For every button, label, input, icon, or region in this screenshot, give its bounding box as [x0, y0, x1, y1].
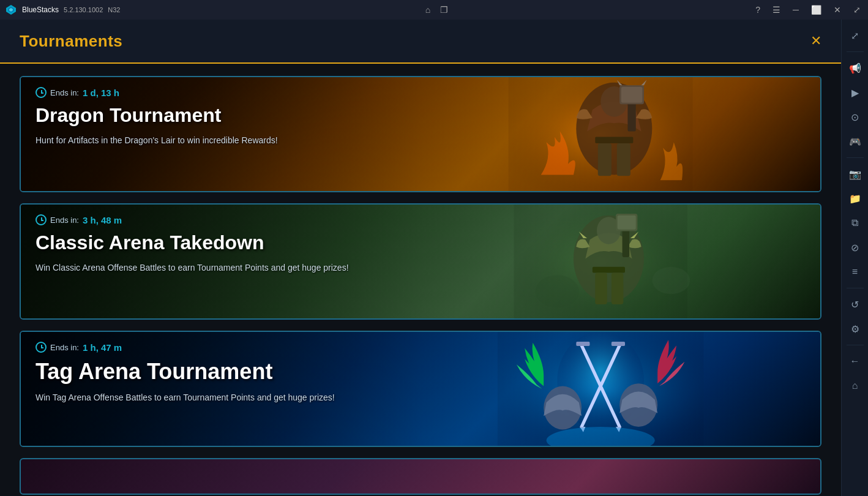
tag-card-content: Ends in: 1 h, 47 m Tag Arena Tournament …: [21, 332, 501, 446]
home-bottom-icon[interactable]: ⌂: [844, 375, 866, 397]
app-build-label: N32: [108, 6, 120, 13]
arena-timer-icon: [36, 214, 47, 225]
eraser-icon[interactable]: ⊘: [844, 236, 866, 258]
tag-timer-value: 1 h, 47 m: [83, 342, 122, 353]
sidebar-divider-2: [847, 157, 864, 158]
tag-card-title: Tag Arena Tournament: [36, 359, 486, 384]
panel-title: Tournaments: [20, 32, 122, 51]
expand-button[interactable]: ⤢: [851, 4, 863, 16]
arena-card-desc: Win Classic Arena Offense Battles to ear…: [36, 261, 486, 274]
copy-titlebar-icon[interactable]: ❐: [440, 5, 448, 15]
panel-header: Tournaments ✕: [0, 20, 841, 64]
dragon-timer-label: Ends in:: [50, 88, 79, 97]
svg-rect-12: [597, 143, 611, 176]
svg-rect-22: [593, 267, 625, 273]
tournament-card-classic-arena[interactable]: Ends in: 3 h, 48 m Classic Arena Takedow…: [20, 203, 821, 320]
arena-card-title: Classic Arena Takedown: [36, 231, 486, 254]
minimize-button[interactable]: ─: [790, 4, 801, 16]
svg-rect-24: [612, 273, 623, 304]
sidebar-divider-3: [847, 288, 864, 288]
app-version-label: 5.2.130.1002: [64, 6, 103, 13]
help-button[interactable]: ?: [753, 4, 763, 16]
expand-sidebar-icon[interactable]: ⤢: [844, 24, 866, 47]
close-button[interactable]: ✕: [831, 4, 844, 16]
arena-timer-value: 3 h, 48 m: [83, 215, 122, 225]
tag-card-desc: Win Tag Arena Offense Battles to earn To…: [36, 391, 486, 404]
sidebar-divider-1: [847, 51, 864, 52]
stack-icon[interactable]: ≡: [844, 261, 866, 283]
titlebar: BlueStacks 5.2.130.1002 N32 ⌂ ❐ ? ☰ ─ ⬜ …: [0, 0, 868, 20]
arena-timer-label: Ends in:: [50, 216, 79, 225]
dragon-timer-value: 1 d, 13 h: [83, 88, 119, 98]
svg-point-25: [536, 275, 579, 307]
svg-rect-32: [612, 342, 625, 346]
bluestacks-logo-icon: [5, 4, 17, 16]
settings-icon[interactable]: ⚙: [844, 318, 866, 340]
tournament-card-fourth-peek[interactable]: [20, 458, 821, 495]
video-icon[interactable]: ⊙: [844, 106, 866, 128]
refresh-icon[interactable]: ↺: [844, 293, 866, 315]
panel-close-button[interactable]: ✕: [810, 34, 821, 48]
gamepad-icon[interactable]: 🎮: [844, 130, 866, 152]
restore-button[interactable]: ⬜: [809, 4, 824, 16]
layers-icon[interactable]: ⧉: [844, 212, 866, 234]
tournament-card-dragon[interactable]: Ends in: 1 d, 13 h Dragon Tournament Hun…: [20, 76, 821, 192]
home-titlebar-icon[interactable]: ⌂: [425, 5, 430, 15]
tournament-card-tag-arena[interactable]: Ends in: 1 h, 47 m Tag Arena Tournament …: [20, 331, 821, 447]
dragon-card-desc: Hunt for Artifacts in the Dragon's Lair …: [36, 134, 486, 147]
svg-rect-13: [616, 143, 630, 176]
titlebar-controls: ? ☰ ─ ⬜ ✕ ⤢: [753, 4, 863, 16]
right-sidebar: ⤢ 📢 ▶ ⊙ 🎮 📷 📁 ⧉ ⊘ ≡ ↺ ⚙ ← ⌂: [841, 20, 868, 496]
arena-timer-badge: Ends in: 3 h, 48 m: [36, 214, 486, 225]
camera-icon[interactable]: ▶: [844, 81, 866, 103]
dragon-card-content: Ends in: 1 d, 13 h Dragon Tournament Hun…: [21, 77, 501, 191]
folder-icon[interactable]: 📁: [844, 187, 866, 209]
svg-rect-8: [621, 87, 643, 103]
svg-point-26: [652, 267, 690, 294]
screenshot-icon[interactable]: 📷: [844, 163, 866, 185]
dragon-timer-badge: Ends in: 1 d, 13 h: [36, 87, 486, 98]
main-layout: Tournaments ✕: [0, 20, 868, 496]
back-icon[interactable]: ←: [844, 350, 866, 372]
titlebar-center: ⌂ ❐: [425, 5, 448, 15]
tournaments-list: Ends in: 1 d, 13 h Dragon Tournament Hun…: [0, 64, 841, 496]
arena-card-content: Ends in: 3 h, 48 m Classic Arena Takedow…: [21, 205, 501, 318]
content-area: Tournaments ✕: [0, 20, 841, 496]
dragon-card-title: Dragon Tournament: [36, 104, 486, 127]
svg-rect-23: [595, 273, 607, 304]
svg-rect-11: [595, 137, 633, 143]
menu-button[interactable]: ☰: [770, 4, 783, 16]
broadcast-icon[interactable]: 📢: [844, 57, 866, 79]
dragon-timer-icon: [36, 87, 47, 98]
tag-timer-badge: Ends in: 1 h, 47 m: [36, 342, 486, 353]
app-name-label: BlueStacks: [22, 6, 59, 14]
titlebar-left: BlueStacks 5.2.130.1002 N32: [5, 4, 120, 16]
svg-rect-21: [617, 216, 635, 230]
svg-rect-31: [576, 342, 589, 346]
sidebar-divider-4: [847, 345, 864, 345]
tag-timer-label: Ends in:: [50, 343, 79, 352]
tag-timer-icon: [36, 342, 47, 353]
